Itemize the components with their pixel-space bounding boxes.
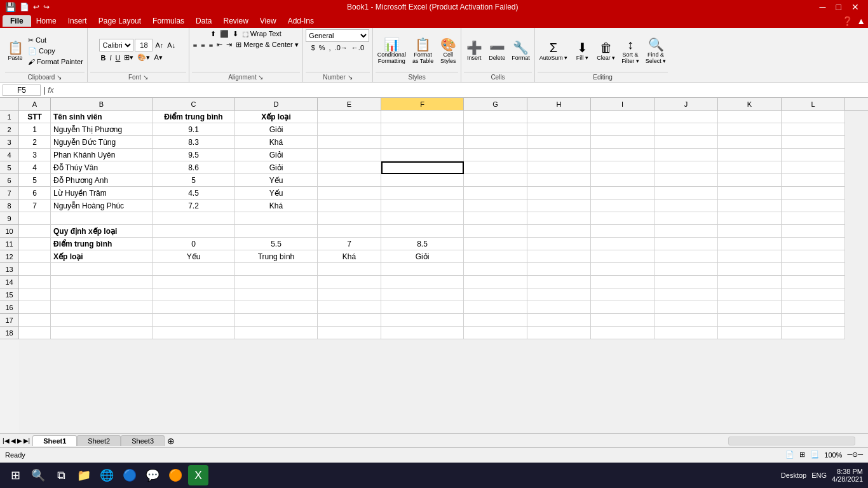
cell-f1[interactable] (381, 111, 464, 123)
cell-g14[interactable] (464, 276, 527, 288)
file-tab[interactable]: File (3, 15, 31, 27)
cell-j1[interactable] (654, 111, 718, 123)
cell-g17[interactable] (464, 314, 527, 327)
cell-c7[interactable]: 4.5 (153, 187, 235, 200)
cell-g4[interactable] (464, 149, 527, 161)
cell-i10[interactable] (591, 225, 654, 238)
cell-c9[interactable] (153, 212, 235, 225)
cell-b1[interactable]: Tên sinh viên (51, 111, 153, 123)
cell-i11[interactable] (591, 238, 654, 250)
cell-b15[interactable] (51, 288, 153, 301)
cell-d4[interactable]: Giỏi (235, 149, 318, 161)
cell-l3[interactable] (782, 136, 845, 149)
cell-f17[interactable] (381, 314, 464, 327)
cell-j13[interactable] (654, 263, 718, 276)
cell-e16[interactable] (318, 301, 381, 314)
cell-i14[interactable] (591, 276, 654, 288)
menu-page-layout[interactable]: Page Layout (93, 15, 146, 27)
cell-j15[interactable] (654, 288, 718, 301)
cell-d11[interactable]: 5.5 (235, 238, 318, 250)
cell-d14[interactable] (235, 276, 318, 288)
col-header-l[interactable]: L (782, 98, 845, 110)
cell-b16[interactable] (51, 301, 153, 314)
cell-f2[interactable] (381, 123, 464, 136)
cell-k14[interactable] (718, 276, 782, 288)
conditional-formatting-button[interactable]: 📊 ConditionalFormatting (376, 36, 408, 66)
row-num-16[interactable]: 16 (0, 301, 19, 314)
search-button[interactable]: 🔍 (28, 465, 48, 485)
cell-i5[interactable] (591, 161, 654, 174)
insert-button[interactable]: ➕ Insert (464, 39, 484, 63)
fill-color-button[interactable]: 🎨▾ (136, 53, 151, 62)
cell-h16[interactable] (527, 301, 591, 314)
col-header-c[interactable]: C (153, 98, 235, 110)
cell-i9[interactable] (591, 212, 654, 225)
cell-c5[interactable]: 8.6 (153, 161, 235, 174)
cell-g11[interactable] (464, 238, 527, 250)
merge-center-button[interactable]: ⊞ Merge & Center ▾ (234, 40, 300, 50)
cell-a2[interactable]: 1 (19, 123, 51, 136)
row-num-7[interactable]: 7 (0, 187, 19, 200)
cell-a4[interactable]: 3 (19, 149, 51, 161)
decrease-font-button[interactable]: A↓ (166, 41, 177, 50)
copy-button[interactable]: 📄 Copy (27, 46, 85, 56)
font-color-button[interactable]: A▾ (153, 53, 163, 62)
cell-e13[interactable] (318, 263, 381, 276)
row-num-15[interactable]: 15 (0, 288, 19, 301)
cell-h17[interactable] (527, 314, 591, 327)
cell-g13[interactable] (464, 263, 527, 276)
cell-e15[interactable] (318, 288, 381, 301)
cell-b12[interactable]: Xếp loại (51, 250, 153, 263)
cell-k13[interactable] (718, 263, 782, 276)
indent-decrease-button[interactable]: ⇤ (215, 40, 224, 50)
cell-d2[interactable]: Giỏi (235, 123, 318, 136)
cell-g15[interactable] (464, 288, 527, 301)
cell-j3[interactable] (654, 136, 718, 149)
cell-l16[interactable] (782, 301, 845, 314)
col-header-f[interactable]: F (381, 98, 464, 110)
cell-e6[interactable] (318, 174, 381, 187)
cell-a7[interactable]: 6 (19, 187, 51, 200)
cell-k18[interactable] (718, 327, 782, 339)
col-header-e[interactable]: E (318, 98, 381, 110)
row-num-14[interactable]: 14 (0, 276, 19, 288)
menu-view[interactable]: View (255, 15, 281, 27)
cell-d15[interactable] (235, 288, 318, 301)
cell-h4[interactable] (527, 149, 591, 161)
cell-e14[interactable] (318, 276, 381, 288)
row-num-11[interactable]: 11 (0, 238, 19, 250)
cell-j18[interactable] (654, 327, 718, 339)
clear-button[interactable]: 🗑 Clear ▾ (595, 39, 617, 63)
cell-d12[interactable]: Trung bình (235, 250, 318, 263)
cell-c1[interactable]: Điểm trung bình (153, 111, 235, 123)
cell-k1[interactable] (718, 111, 782, 123)
col-header-k[interactable]: K (718, 98, 782, 110)
cell-a8[interactable]: 7 (19, 200, 51, 212)
cell-b10[interactable]: Quy định xếp loại (51, 225, 153, 238)
cell-l5[interactable] (782, 161, 845, 174)
excel-icon[interactable]: X (188, 465, 208, 485)
cell-a9[interactable] (19, 212, 51, 225)
cell-g10[interactable] (464, 225, 527, 238)
col-header-j[interactable]: J (654, 98, 718, 110)
cell-a18[interactable] (19, 327, 51, 339)
sheet-last-button[interactable]: ▶| (24, 437, 31, 444)
cell-j10[interactable] (654, 225, 718, 238)
cell-f11[interactable]: 8.5 (381, 238, 464, 250)
col-header-d[interactable]: D (235, 98, 318, 110)
sheet-prev-button[interactable]: ◀ (11, 437, 16, 444)
cell-a10[interactable] (19, 225, 51, 238)
cell-a3[interactable]: 2 (19, 136, 51, 149)
cell-e12[interactable]: Khá (318, 250, 381, 263)
cell-d5[interactable]: Giỏi (235, 161, 318, 174)
percent-button[interactable]: % (318, 43, 327, 52)
cell-i4[interactable] (591, 149, 654, 161)
row-num-9[interactable]: 9 (0, 212, 19, 225)
close-button[interactable]: ✕ (848, 2, 863, 12)
page-layout-view-icon[interactable]: 📄 (785, 451, 794, 459)
cell-b18[interactable] (51, 327, 153, 339)
cell-k5[interactable] (718, 161, 782, 174)
cell-d18[interactable] (235, 327, 318, 339)
increase-decimal-button[interactable]: .0→ (334, 43, 349, 52)
cell-e4[interactable] (318, 149, 381, 161)
